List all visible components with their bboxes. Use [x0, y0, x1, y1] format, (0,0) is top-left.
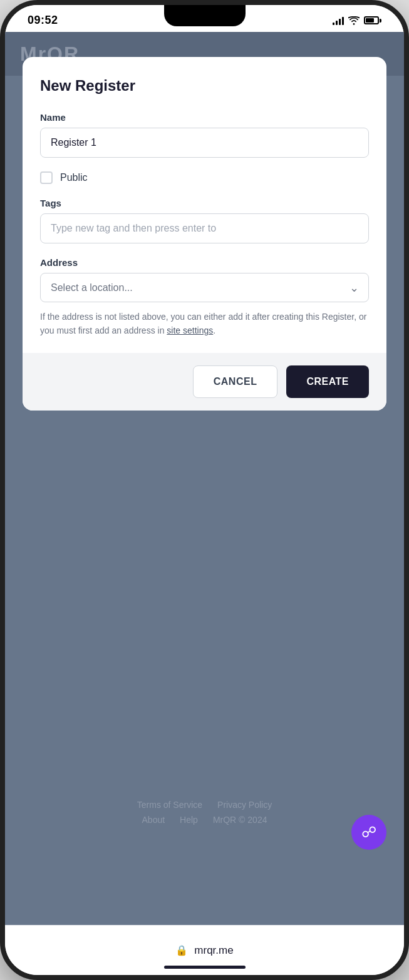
status-bar: 09:52 — [5, 5, 404, 32]
address-select[interactable]: Select a location... — [40, 273, 369, 302]
status-time: 09:52 — [28, 14, 58, 27]
name-label: Name — [40, 112, 369, 123]
name-field-group: Name — [40, 112, 369, 158]
site-settings-link[interactable]: site settings — [167, 325, 213, 335]
tags-field-group: Tags — [40, 198, 369, 243]
tags-input[interactable] — [40, 213, 369, 243]
chat-icon: ☍ — [361, 824, 376, 841]
address-field-group: Address Select a location... ⌄ If the ad… — [40, 257, 369, 338]
new-register-modal: New Register Name Public Tags Address — [23, 57, 386, 411]
battery-icon — [364, 16, 381, 24]
wifi-icon — [348, 16, 360, 25]
cancel-button[interactable]: CANCEL — [193, 365, 278, 398]
modal-title: New Register — [40, 77, 369, 94]
signal-icon — [333, 16, 344, 25]
status-icons — [333, 16, 381, 25]
address-label: Address — [40, 257, 369, 268]
chat-fab-button[interactable]: ☍ — [351, 815, 386, 850]
app-content: MrQR New Register Name Public Tags — [5, 32, 404, 925]
bottom-bar: 🔒 mrqr.me — [5, 925, 404, 975]
public-checkbox-group: Public — [40, 171, 369, 184]
modal-footer: CANCEL CREATE — [23, 353, 386, 411]
lock-icon: 🔒 — [175, 944, 188, 956]
address-note: If the address is not listed above, you … — [40, 310, 369, 338]
notch — [164, 5, 246, 26]
create-button[interactable]: CREATE — [286, 365, 369, 398]
bottom-url: mrqr.me — [194, 944, 233, 957]
home-indicator — [164, 966, 246, 969]
phone-frame: 09:52 — [0, 0, 409, 980]
address-select-wrapper: Select a location... ⌄ — [40, 273, 369, 302]
name-input[interactable] — [40, 128, 369, 158]
public-checkbox[interactable] — [40, 171, 53, 184]
tags-label: Tags — [40, 198, 369, 208]
public-label: Public — [60, 172, 88, 183]
